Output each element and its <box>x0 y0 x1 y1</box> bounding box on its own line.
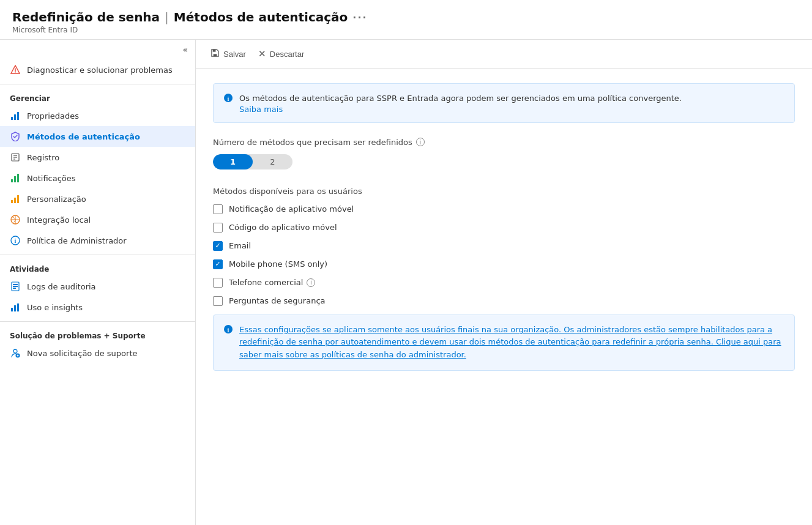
checkbox-office-phone[interactable] <box>213 278 223 288</box>
title-part1: Redefinição de senha <box>12 10 160 24</box>
svg-rect-19 <box>13 288 16 289</box>
sidebar-section-gerenciar: Gerenciar <box>0 88 195 105</box>
svg-rect-7 <box>11 179 13 182</box>
methods-count-label: Número de métodos que precisam ser redef… <box>213 138 795 147</box>
sidebar-item-metodos-autenticacao-label: Métodos de autenticação <box>27 132 140 141</box>
sidebar-item-logs-auditoria[interactable]: Logs de auditoria <box>0 276 195 297</box>
title-part2: Métodos de autenticação <box>174 10 348 24</box>
checkbox-label-app-code: Código do aplicativo móvel <box>229 223 337 232</box>
sidebar-item-diagnose[interactable]: Diagnosticar e solucionar problemas <box>0 59 195 80</box>
sidebar-item-notificacoes-label: Notificações <box>27 174 76 183</box>
sidebar-item-nova-solicitacao[interactable]: Nova solicitação de suporte <box>0 343 195 363</box>
checkbox-email[interactable] <box>213 241 223 251</box>
sidebar-item-logs-auditoria-label: Logs de auditoria <box>27 282 96 291</box>
sidebar-item-integracao-local-label: Integração local <box>27 215 91 225</box>
title-separator: | <box>165 10 169 24</box>
checkbox-item-email: Email <box>213 241 795 251</box>
content-body: i Os métodos de autenticação para SSPR e… <box>196 69 812 385</box>
svg-rect-17 <box>13 284 18 285</box>
sidebar-item-diagnose-label: Diagnosticar e solucionar problemas <box>27 65 173 75</box>
ellipsis-menu-button[interactable]: ··· <box>352 12 367 23</box>
checkbox-item-security-questions: Perguntas de segurança <box>213 296 795 306</box>
svg-text:i: i <box>228 95 229 102</box>
sidebar-item-notificacoes[interactable]: Notificações <box>0 168 195 188</box>
checkbox-label-mobile-phone: Mobile phone (SMS only) <box>229 259 327 269</box>
sidebar-item-politica-admin-label: Política de Administrador <box>27 236 127 245</box>
sidebar: « Diagnosticar e solucionar problemas Ge… <box>0 40 196 525</box>
svg-rect-11 <box>14 198 16 203</box>
sidebar-divider-atividade <box>0 255 195 255</box>
methods-count-toggle[interactable]: 1 2 <box>213 154 292 169</box>
svg-rect-1 <box>14 114 16 120</box>
propriedades-icon <box>10 110 21 121</box>
uso-insights-icon <box>10 302 21 313</box>
page-header: Redefinição de senha | Métodos de autent… <box>0 0 812 40</box>
svg-text:i: i <box>228 326 229 333</box>
svg-rect-0 <box>11 117 13 120</box>
checkbox-mobile-phone[interactable] <box>213 259 223 269</box>
checkbox-item-office-phone: Telefone comercial i <box>213 278 795 288</box>
diagnose-icon <box>10 64 21 75</box>
bottom-banner-icon: i <box>223 324 233 337</box>
sidebar-divider-suporte <box>0 321 195 322</box>
info-banner: i Os métodos de autenticação para SSPR e… <box>213 83 795 123</box>
toggle-option-2[interactable]: 2 <box>253 154 292 169</box>
integracao-local-icon <box>10 214 21 225</box>
info-banner-text: Os métodos de autenticação para SSPR e E… <box>239 94 682 103</box>
svg-rect-12 <box>17 195 19 203</box>
svg-rect-8 <box>14 176 16 182</box>
svg-rect-2 <box>17 112 19 120</box>
metodos-autenticacao-icon <box>10 131 21 142</box>
toggle-option-1[interactable]: 1 <box>213 154 253 169</box>
bottom-banner-text[interactable]: Essas configurações se aplicam somente a… <box>239 324 784 362</box>
sidebar-section-suporte: Solução de problemas + Suporte <box>0 326 195 343</box>
personalizacao-icon <box>10 193 21 204</box>
sidebar-item-integracao-local[interactable]: Integração local <box>0 209 195 230</box>
svg-text:i: i <box>15 237 17 244</box>
svg-rect-28 <box>213 50 216 52</box>
registro-icon <box>10 152 21 163</box>
checkbox-item-mobile-phone: Mobile phone (SMS only) <box>213 259 795 269</box>
sidebar-item-nova-solicitacao-label: Nova solicitação de suporte <box>27 349 137 358</box>
svg-rect-21 <box>14 305 16 311</box>
sidebar-item-propriedades[interactable]: Propriedades <box>0 105 195 126</box>
checkbox-label-security-questions: Perguntas de segurança <box>229 296 326 305</box>
sidebar-section-atividade: Atividade <box>0 259 195 276</box>
info-banner-icon: i <box>223 93 233 105</box>
discard-button[interactable]: ✕ Descartar <box>258 46 304 62</box>
page-title: Redefinição de senha | Métodos de autent… <box>12 10 800 24</box>
methods-available-label: Métodos disponíveis para os usuários <box>213 187 795 196</box>
checkbox-app-code[interactable] <box>213 223 223 233</box>
methods-count-info-icon[interactable]: i <box>416 138 425 146</box>
checkbox-security-questions[interactable] <box>213 296 223 306</box>
logs-auditoria-icon <box>10 281 21 292</box>
politica-admin-icon: i <box>10 235 21 246</box>
sidebar-item-propriedades-label: Propriedades <box>27 111 79 121</box>
sidebar-item-politica-admin[interactable]: i Política de Administrador <box>0 230 195 251</box>
sidebar-item-personalizacao[interactable]: Personalização <box>0 188 195 209</box>
info-banner-link[interactable]: Saiba mais <box>239 105 283 114</box>
checkbox-label-email: Email <box>229 241 251 250</box>
office-phone-info-icon[interactable]: i <box>307 278 315 287</box>
sidebar-item-metodos-autenticacao[interactable]: Métodos de autenticação <box>0 126 195 147</box>
save-icon <box>210 48 220 59</box>
main-layout: « Diagnosticar e solucionar problemas Ge… <box>0 40 812 525</box>
sidebar-collapse-button[interactable]: « <box>0 40 195 59</box>
checkbox-app-notification[interactable] <box>213 204 223 214</box>
checkbox-item-app-notification: Notificação de aplicativo móvel <box>213 204 795 214</box>
svg-rect-10 <box>11 200 13 203</box>
collapse-icon[interactable]: « <box>182 45 188 54</box>
toolbar: Salvar ✕ Descartar <box>196 40 812 69</box>
page-subtitle: Microsoft Entra ID <box>12 26 800 34</box>
nova-solicitacao-icon <box>10 348 21 359</box>
save-label: Salvar <box>223 50 246 59</box>
sidebar-item-registro[interactable]: Registro <box>0 147 195 168</box>
bottom-banner: i Essas configurações se aplicam somente… <box>213 315 795 371</box>
save-button[interactable]: Salvar <box>210 46 246 62</box>
sidebar-divider-gerenciar <box>0 84 195 84</box>
sidebar-item-personalizacao-label: Personalização <box>27 195 86 204</box>
bottom-banner-link[interactable]: Essas configurações se aplicam somente a… <box>239 325 781 360</box>
svg-rect-20 <box>11 308 13 311</box>
notificacoes-icon <box>10 173 21 184</box>
sidebar-item-uso-insights[interactable]: Uso e insights <box>0 297 195 318</box>
